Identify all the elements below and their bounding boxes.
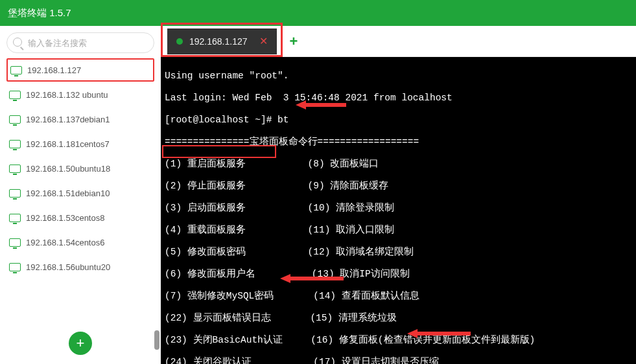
host-label: 192.168.1.53centos8 [26,213,104,223]
term-line: Using username "root". [165,71,289,81]
host-item[interactable]: 192.168.1.181centos7 [6,132,154,155]
search-icon [13,38,22,47]
monitor-icon [9,263,21,271]
main-area: 192.168.1.127192.168.1.132 ubuntu192.168… [0,26,636,364]
host-label: 192.168.1.51debian10 [26,188,110,198]
term-line: (4) 重载面板服务 (11) 取消入口限制 [165,225,394,235]
host-label: 192.168.1.54centos6 [26,238,104,247]
app-header: 堡塔终端 1.5.7 [0,0,636,26]
tab-close-button[interactable]: ✕ [259,35,268,47]
host-item[interactable]: 192.168.1.51debian10 [6,181,154,205]
search-input[interactable] [6,32,154,53]
term-line: (2) 停止面板服务 (9) 清除面板缓存 [165,181,388,191]
term-line: (1) 重启面板服务 (8) 改面板端口 [165,159,379,169]
annotation-box-option5 [162,145,276,158]
host-item[interactable]: 192.168.1.56ubuntu20 [6,255,154,279]
host-item[interactable]: 192.168.1.54centos6 [6,231,154,254]
monitor-icon [9,140,21,148]
status-dot-icon [176,38,183,45]
monitor-icon [9,214,21,222]
monitor-icon [9,165,21,173]
tab-active[interactable]: 192.168.1.127 ✕ [167,28,277,54]
monitor-icon [9,189,21,198]
add-host-button[interactable]: + [69,332,92,355]
term-line: (22) 显示面板错误日志 (15) 清理系统垃圾 [165,313,397,323]
term-line: (6) 修改面板用户名 (13) 取消IP访问限制 [165,269,410,279]
term-line: (23) 关闭BasicAuth认证 (16) 修复面板(检查错误并更新面板文件… [165,335,535,345]
app-title: 堡塔终端 1.5.7 [8,7,71,19]
term-line: (7) 强制修改MySQL密码 (14) 查看面板默认信息 [165,291,419,301]
arrow-icon [407,305,472,362]
host-item[interactable]: 192.168.1.127 [6,58,154,82]
host-label: 192.168.1.137debian1 [26,115,110,124]
tab-bar: 192.168.1.127 ✕ + [161,26,636,57]
sidebar: 192.168.1.127192.168.1.132 ubuntu192.168… [0,26,161,364]
term-line: (24) 关闭谷歌认证 (17) 设置日志切割是否压缩 [165,357,439,364]
term-line: [root@localhost ~]# bt [165,115,289,125]
host-item[interactable]: 192.168.1.132 ubuntu [6,83,154,106]
host-item[interactable]: 192.168.1.53centos8 [6,206,154,229]
host-item[interactable]: 192.168.1.137debian1 [6,108,154,131]
host-list: 192.168.1.127192.168.1.132 ubuntu192.168… [0,57,161,323]
content: 192.168.1.127 ✕ + Using username "root".… [161,26,636,364]
tab-label: 192.168.1.127 [189,36,248,47]
scrollbar-thumb[interactable] [154,330,159,350]
term-line: ===============宝塔面板命令行================== [165,137,419,147]
term-line: (5) 修改面板密码 (12) 取消域名绑定限制 [165,247,414,257]
arrow-icon [296,76,347,133]
host-item[interactable]: 192.168.1.50ubuntu18 [6,157,154,180]
term-line: Last login: Wed Feb 3 15:46:48 2021 from… [165,93,453,103]
host-label: 192.168.1.181centos7 [26,139,110,149]
host-label: 192.168.1.50ubuntu18 [26,164,110,174]
search-wrap [0,26,161,57]
monitor-icon [9,115,21,124]
terminal[interactable]: Using username "root". Last login: Wed F… [161,57,636,364]
host-label: 192.168.1.56ubuntu20 [26,262,110,272]
tab-add-button[interactable]: + [290,33,298,50]
term-line: (3) 启动面板服务 (10) 清除登录限制 [165,203,394,213]
host-label: 192.168.1.127 [27,65,81,75]
monitor-icon [10,66,22,74]
host-label: 192.168.1.132 ubuntu [26,90,108,100]
monitor-icon [9,91,21,99]
monitor-icon [9,238,21,247]
